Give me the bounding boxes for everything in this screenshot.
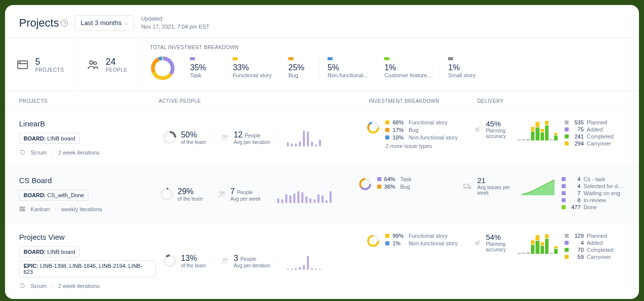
column-headers: PROJECTS ACTIVE PEOPLE INVESTMENT BREAKD… [5,91,639,109]
svg-rect-24 [24,207,25,211]
investment-chip [233,57,238,60]
invest-line: 36%Bug [377,184,412,190]
investment-chip [190,57,195,60]
project-meta: Kanban | weekly iterations [19,206,155,212]
date-range-dropdown[interactable]: Last 3 months ⌄ [75,15,134,31]
method-icon [19,149,26,156]
svg-rect-23 [22,207,23,211]
svg-rect-22 [20,207,21,211]
project-meta: Scrum | 2 week iterations [19,282,158,289]
people-sparkline [280,128,321,146]
svg-point-21 [477,129,478,130]
gauge-icon [163,130,177,144]
invest-line: 10%Non-functional story [385,134,458,140]
svg-point-45 [477,243,478,243]
invest-donut-icon [366,120,380,134]
investment-label: Small story [448,72,475,79]
people-metric: 3 PeopleAvg per iteration [216,254,276,268]
project-name[interactable]: Projects View [19,233,158,241]
invest-col: 64%Task36%Bug [358,176,463,212]
team-pct-metric: 13%of the team [158,254,211,268]
investment-breakdown: TOTAL INVESTMENT BREAKDOWN 35% Task 33% … [139,39,639,90]
investment-label: Task [190,72,216,79]
svg-point-14 [226,135,228,137]
delivery-col: 54%Planning accuracy 129Planned4Added70C… [474,233,625,289]
investment-label: Customer feature... [384,72,432,79]
people-icon [221,133,230,142]
investment-items: 35% Task 33% Functional story 25% Bug 5%… [185,57,483,79]
svg-point-34 [469,187,470,188]
app-frame: Projects ? Last 3 months ⌄ Updated: Nov … [5,5,639,299]
project-row[interactable]: LinearB BOARD: LINB board Scrum | 2 week… [5,109,639,166]
project-row[interactable]: Projects View BOARD: LINB board EPIC: LI… [5,222,639,299]
project-col: LinearB BOARD: LINB board Scrum | 2 week… [19,119,158,156]
delivery-stat: 59Carryover [565,254,625,260]
project-name[interactable]: CS Board [19,176,155,185]
delivery-bar-chart [517,119,558,140]
delivery-col: 45%Planning accuracy 535Planned75Added24… [474,119,625,156]
invest-col: 68%Functional story17%Bug10%Non-function… [366,119,474,156]
method-label: Scrum [31,283,47,289]
gauge-icon [163,254,177,268]
investment-pct: 1% [448,63,475,72]
invest-donut-icon [358,177,372,191]
delivery-stat: 70Completed [565,247,625,253]
delivery-stat: 7Waiting on eng [562,190,625,196]
delivery-bar-chart [517,233,558,254]
method-label: Scrum [31,149,47,156]
gauge-icon [160,187,174,201]
board-badge[interactable]: BOARD: LINB board [19,133,80,144]
investment-item: 1% Small story [440,57,483,79]
project-rows: LinearB BOARD: LINB board Scrum | 2 week… [5,109,639,299]
invest-more[interactable]: 2 more issue types [385,143,458,149]
people-metric: 7 PeopleAvg per week [212,187,266,202]
investment-item: 25% Bug [280,57,319,79]
people-metric: 12 PeopleAvg per iteration [216,130,276,145]
svg-point-25 [161,189,172,200]
delivery-stat: 294Carryover [565,140,625,146]
invest-line: 99%Functional story [385,233,458,239]
delivery-stat: 4Added [565,240,625,246]
people-sparkline [280,252,321,270]
projects-icon [16,58,29,71]
investment-chip [448,57,453,60]
delivery-stats: 535Planned75Added241Completed294Carryove… [565,119,625,146]
svg-point-33 [465,187,466,188]
help-icon[interactable]: ? [61,20,68,27]
people-icon [218,190,227,199]
investment-label: Bug [288,72,311,79]
svg-point-38 [223,258,226,261]
title-text: Projects [19,17,59,30]
investment-pct: 35% [190,63,216,72]
svg-point-36 [164,255,175,266]
delivery-stats: 129Planned4Added70Completed59Carryover [565,233,625,260]
active-people-col: 29%of the team 7 PeopleAvg per week [155,176,358,212]
investment-label: Functional story [233,72,272,79]
invest-col: 99%Functional story1%Non-functional stor… [366,233,474,289]
delivery-stat: 241Completed [565,133,625,139]
project-row[interactable]: CS Board BOARD: CS_with_Done Kanban | we… [5,166,639,222]
svg-point-28 [223,192,225,194]
invest-line: 64%Task [377,176,412,182]
svg-rect-32 [464,184,469,188]
svg-rect-0 [18,61,28,68]
people-icon [221,256,230,265]
method-icon [19,282,26,289]
investment-pct: 5% [328,63,368,72]
delivery-stat: 8In-review [562,197,625,203]
truck-icon [463,181,472,192]
date-range-label: Last 3 months [80,19,122,27]
invest-line: 68%Functional story [385,119,458,125]
method-label: Kanban [31,206,50,212]
people-stat: 24 PEOPLE [75,39,139,90]
iteration-label: weekly iterations [61,206,102,212]
board-badge[interactable]: BOARD: LINB board [19,246,80,257]
investment-item: 5% Non-functional... [319,57,376,79]
delivery-stat: 535Planned [565,119,625,125]
investment-item: 35% Task [185,57,224,79]
project-name[interactable]: LinearB [19,119,158,128]
project-col: Projects View BOARD: LINB board EPIC: LI… [19,233,158,289]
epic-badge[interactable]: EPIC: LINB-1398, LINB-1846, LINB-2194, L… [19,260,156,277]
team-pct-metric: 29%of the team [155,187,208,202]
board-badge[interactable]: BOARD: CS_with_Done [19,190,88,201]
